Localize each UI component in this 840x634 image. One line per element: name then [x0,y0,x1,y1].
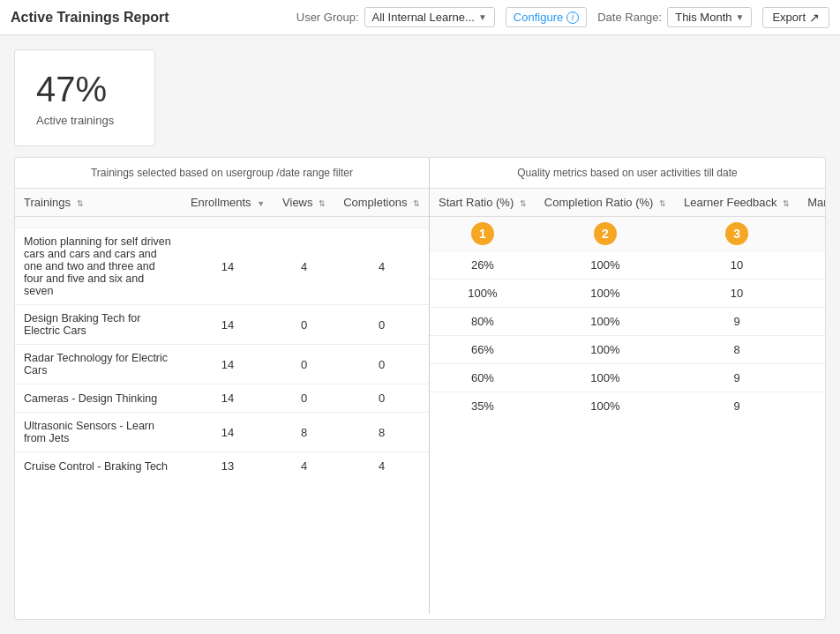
learner-feedback-value: 9 [675,392,799,421]
section-headers: Trainings selected based on usergroup /d… [15,158,825,189]
manager-feedback-value: 1 [799,364,825,392]
usergroup-control: User Group: All Internal Learne... ▼ [296,7,495,27]
badge-cell-4: 4 [799,217,825,251]
col-start-ratio[interactable]: Start Ratio (%) ⇅ [430,189,536,217]
col-enrollments[interactable]: Enrollments ▼ [182,189,274,217]
learner-feedback-value: 8 [675,336,799,364]
table-row: 35% 100% 9 — [430,392,825,421]
completion-ratio-value: 100% [536,308,675,336]
usergroup-value: All Internal Learne... [372,11,475,24]
start-ratio-value: 66% [430,336,536,364]
table-row: Radar Technology for Electric Cars 14 0 … [15,345,429,384]
main-content: 47% Active trainings Trainings selected … [0,35,840,634]
training-name: Motion planning for self driven cars and… [15,228,182,305]
completions-value: 4 [334,452,429,481]
right-table: Start Ratio (%) ⇅ Completion Ratio (%) ⇅… [430,189,825,614]
views-value: 4 [274,452,334,481]
manager-feedback-value: — [799,392,825,421]
configure-button[interactable]: Configure i [506,7,587,27]
table-wrapper: Trainings ⇅ Enrollments ▼ Views ⇅ Comple… [15,189,825,614]
sort-icon: ⇅ [77,199,84,208]
stats-label: Active trainings [36,114,114,127]
right-header-row: Start Ratio (%) ⇅ Completion Ratio (%) ⇅… [430,189,825,217]
configure-label: Configure [514,11,563,24]
completion-ratio-value: 100% [536,336,675,364]
completion-ratio-value: 100% [536,280,675,308]
badge-row: 1 2 3 4 [430,217,825,251]
badge-row [15,217,429,228]
daterange-select[interactable]: This Month ▼ [667,7,752,27]
col-completions[interactable]: Completions ⇅ [334,189,429,217]
completions-value: 0 [334,345,429,384]
enrollments-value: 14 [182,345,274,384]
enrollments-value: 14 [182,228,274,305]
export-label: Export [772,11,806,24]
col-learner-feedback[interactable]: Learner Feedback ⇅ [675,189,799,217]
usergroup-label: User Group: [296,11,359,24]
col-completion-ratio[interactable]: Completion Ratio (%) ⇅ [536,189,675,217]
badge-cell-3: 3 [675,217,799,251]
completion-ratio-value: 100% [536,364,675,392]
col-manager-feedback[interactable]: Manager Feedback ⇅ [799,189,825,217]
learner-feedback-value: 10 [675,251,799,280]
views-value: 0 [274,305,334,345]
stats-card: 47% Active trainings [14,49,155,146]
sort-icon: ⇅ [520,199,527,208]
enrollments-value: 14 [182,413,274,452]
col-trainings[interactable]: Trainings ⇅ [15,189,182,217]
training-name: Cruise Control - Braking Tech [15,452,182,481]
views-value: 0 [274,384,334,413]
sort-icon: ▼ [257,199,265,208]
left-data-table: Trainings ⇅ Enrollments ▼ Views ⇅ Comple… [15,189,429,480]
right-data-table: Start Ratio (%) ⇅ Completion Ratio (%) ⇅… [430,189,825,420]
table-row: Cameras - Design Thinking 14 0 0 [15,384,429,413]
right-table-scroll[interactable]: Start Ratio (%) ⇅ Completion Ratio (%) ⇅… [430,189,825,614]
stats-percent: 47% [36,70,107,108]
badge-cell-2: 2 [536,217,675,251]
daterange-label: Date Range: [597,11,662,24]
start-ratio-value: 80% [430,308,536,336]
export-button[interactable]: Export ↗ [762,7,829,28]
export-icon: ↗ [809,11,820,25]
training-name: Ultrasonic Sensors - Learn from Jets [15,413,182,452]
views-value: 8 [274,413,334,452]
completions-value: 0 [334,384,429,413]
learner-feedback-value: 9 [675,364,799,392]
table-row: 66% 100% 8 3 [430,336,825,364]
daterange-control: Date Range: This Month ▼ [597,7,752,27]
col-views[interactable]: Views ⇅ [274,189,334,217]
table-row: Motion planning for self driven cars and… [15,228,429,305]
completions-value: 8 [334,413,429,452]
completions-value: 4 [334,228,429,305]
training-name: Cameras - Design Thinking [15,384,182,413]
table-row: 60% 100% 9 1 [430,364,825,392]
training-name: Radar Technology for Electric Cars [15,345,182,384]
badge-1: 1 [471,222,494,245]
completions-value: 0 [334,305,429,345]
views-value: 4 [274,228,334,305]
sort-icon: ⇅ [659,199,666,208]
manager-feedback-value: 5 [799,251,825,280]
report-table-container: Trainings selected based on usergroup /d… [14,157,826,620]
daterange-value: This Month [675,11,731,24]
sort-icon: ⇅ [319,199,326,208]
manager-feedback-value: — [799,280,825,308]
enrollments-value: 13 [182,452,274,481]
usergroup-select[interactable]: All Internal Learne... ▼ [364,7,495,27]
learner-feedback-value: 10 [675,280,799,308]
badge-3: 3 [725,222,748,245]
start-ratio-value: 26% [430,251,536,280]
left-header-row: Trainings ⇅ Enrollments ▼ Views ⇅ Comple… [15,189,429,217]
page-title: Active Trainings Report [11,10,169,26]
completion-ratio-value: 100% [536,392,675,421]
start-ratio-value: 100% [430,280,536,308]
enrollments-value: 14 [182,305,274,345]
table-row: Cruise Control - Braking Tech 13 4 4 [15,452,429,481]
table-row: Ultrasonic Sensors - Learn from Jets 14 … [15,413,429,452]
table-row: 100% 100% 10 — [430,280,825,308]
enrollments-value: 14 [182,384,274,413]
left-table: Trainings ⇅ Enrollments ▼ Views ⇅ Comple… [15,189,430,614]
info-icon: i [566,11,579,24]
left-section-header: Trainings selected based on usergroup /d… [15,158,430,188]
table-row: 80% 100% 9 4 [430,308,825,336]
